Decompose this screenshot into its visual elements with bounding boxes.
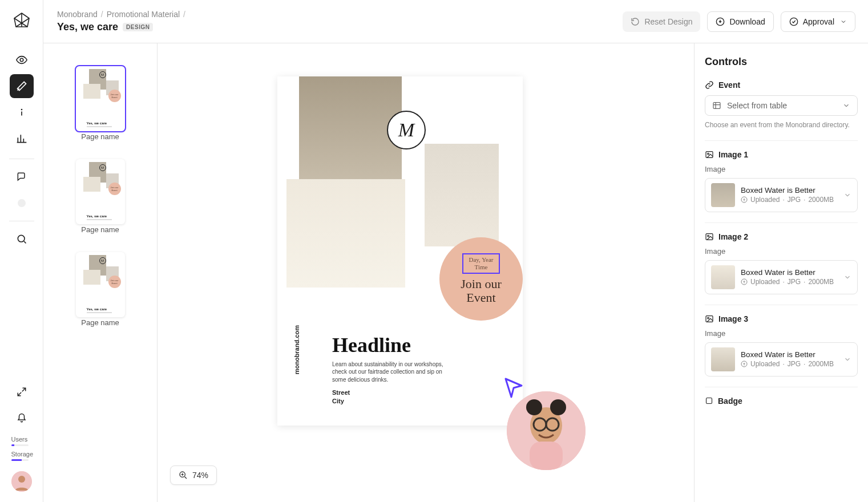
svg-point-7 (790, 18, 797, 25)
breadcrumb-item[interactable]: Promotional Material (107, 10, 180, 19)
canvas-area[interactable]: M Day, Year Time Join our Event monobran… (158, 43, 694, 502)
notifications-icon[interactable] (10, 406, 34, 430)
image-2-section: Image 2 Image Boxed Water is Better Uplo… (705, 222, 858, 305)
comments-icon[interactable] (10, 165, 34, 189)
event-help: Choose an event from the Monobrand direc… (705, 120, 858, 130)
storage-meter: Storage (5, 451, 39, 461)
image-meta: Uploaded· JPG· 2000MB (741, 196, 834, 204)
page-title: Yes, we care (57, 21, 118, 33)
upload-icon (741, 278, 748, 285)
controls-panel: Controls Event Select from table Choose … (694, 43, 868, 502)
zoom-in-icon (179, 471, 188, 480)
artboard-date-box[interactable]: Day, Year Time (462, 253, 500, 274)
image-name: Boxed Water is Better (741, 268, 834, 277)
event-placeholder: Select from table (727, 101, 787, 110)
download-label: Download (729, 17, 765, 26)
svg-rect-26 (706, 398, 712, 404)
page-thumbnail[interactable]: Join our EventMYes, we care (76, 66, 125, 131)
svg-rect-23 (706, 315, 713, 322)
pages-panel: Join our EventMYes, we care Page name Jo… (43, 43, 158, 502)
svg-point-10 (526, 399, 542, 415)
svg-point-11 (550, 399, 566, 415)
image-label: Image 2 (718, 232, 748, 241)
svg-point-21 (708, 235, 709, 237)
header: Monobrand / Promotional Material / Yes, … (43, 0, 868, 43)
chevron-down-icon (843, 355, 851, 363)
chevron-down-icon (842, 102, 850, 110)
svg-rect-17 (706, 151, 713, 157)
artboard-logo[interactable]: M (387, 111, 426, 149)
image-2-selector[interactable]: Boxed Water is Better Uploaded· JPG· 200… (705, 260, 858, 294)
reset-label: Reset Design (644, 17, 692, 26)
image-name: Boxed Water is Better (741, 186, 834, 195)
placeholder-dot (18, 199, 26, 207)
square-icon (705, 396, 713, 405)
users-label: Users (11, 436, 39, 443)
svg-rect-2 (21, 111, 22, 116)
artboard[interactable]: M Day, Year Time Join our Event monobran… (277, 76, 523, 426)
image-3-selector[interactable]: Boxed Water is Better Uploaded· JPG· 200… (705, 342, 858, 376)
image-meta: Uploaded· JPG· 2000MB (741, 278, 834, 286)
breadcrumb: Monobrand / Promotional Material / (57, 10, 185, 19)
event-select[interactable]: Select from table (705, 95, 858, 116)
svg-point-1 (21, 109, 22, 111)
image-icon (705, 150, 714, 159)
link-icon (705, 80, 714, 90)
preview-icon[interactable] (10, 48, 34, 72)
approval-button[interactable]: Approval (781, 11, 855, 32)
image-1-section: Image 1 Image Boxed Water is Better Uplo… (705, 140, 858, 222)
page-thumbnail[interactable]: Join our EventMYes, we care (76, 252, 125, 317)
user-avatar[interactable] (11, 471, 32, 492)
mode-badge: DESIGN (123, 23, 153, 31)
artboard-image-2[interactable] (286, 179, 405, 288)
artboard-url: monobrand.com (293, 325, 300, 374)
badge-label: Badge (718, 396, 742, 406)
chevron-down-icon (840, 18, 847, 25)
image-label: Image 1 (718, 150, 748, 159)
artboard-join-text: Join our Event (461, 277, 502, 305)
svg-rect-12 (530, 442, 563, 470)
zoom-value: 74% (192, 471, 208, 480)
upload-icon (741, 196, 748, 203)
storage-label: Storage (11, 451, 39, 458)
app-logo[interactable] (11, 10, 33, 32)
svg-point-0 (20, 58, 23, 62)
image-thumb (711, 265, 735, 289)
table-icon (712, 101, 721, 110)
image-label: Image 3 (718, 314, 748, 323)
image-sublabel: Image (705, 165, 858, 173)
artboard-description[interactable]: Learn about sustainability in our worksh… (332, 361, 452, 384)
chevron-down-icon (843, 191, 851, 199)
image-icon (705, 314, 714, 323)
page-label: Page name (76, 225, 125, 234)
approval-label: Approval (803, 17, 834, 26)
chevron-down-icon (843, 273, 851, 281)
svg-point-24 (708, 317, 709, 319)
download-button[interactable]: Download (707, 11, 773, 32)
analytics-icon[interactable] (10, 127, 34, 151)
svg-point-5 (18, 476, 25, 483)
artboard-event-circle[interactable]: Day, Year Time Join our Event (439, 237, 523, 321)
collaborator-avatar[interactable] (507, 391, 586, 470)
image-sublabel: Image (705, 247, 858, 256)
breadcrumb-item[interactable]: Monobrand (57, 10, 98, 19)
info-icon[interactable] (10, 100, 34, 124)
artboard-headline[interactable]: Headline (332, 333, 411, 357)
users-meter: Users (5, 436, 39, 446)
artboard-address[interactable]: Street City (332, 388, 350, 405)
search-icon[interactable] (10, 227, 34, 251)
reset-design-button[interactable]: Reset Design (623, 11, 700, 32)
image-1-selector[interactable]: Boxed Water is Better Uploaded· JPG· 200… (705, 178, 858, 212)
page-label: Page name (76, 318, 125, 327)
svg-point-18 (708, 153, 709, 155)
page-thumbnail[interactable]: Join our EventMYes, we care (76, 159, 125, 224)
image-thumb (711, 183, 735, 207)
expand-icon[interactable] (10, 380, 34, 404)
image-name: Boxed Water is Better (741, 350, 834, 359)
edit-icon[interactable] (10, 74, 34, 98)
artboard-image-3[interactable] (425, 144, 499, 246)
upload-icon (741, 361, 748, 367)
event-label: Event (718, 80, 740, 90)
zoom-control[interactable]: 74% (170, 465, 217, 485)
svg-rect-16 (713, 103, 720, 109)
